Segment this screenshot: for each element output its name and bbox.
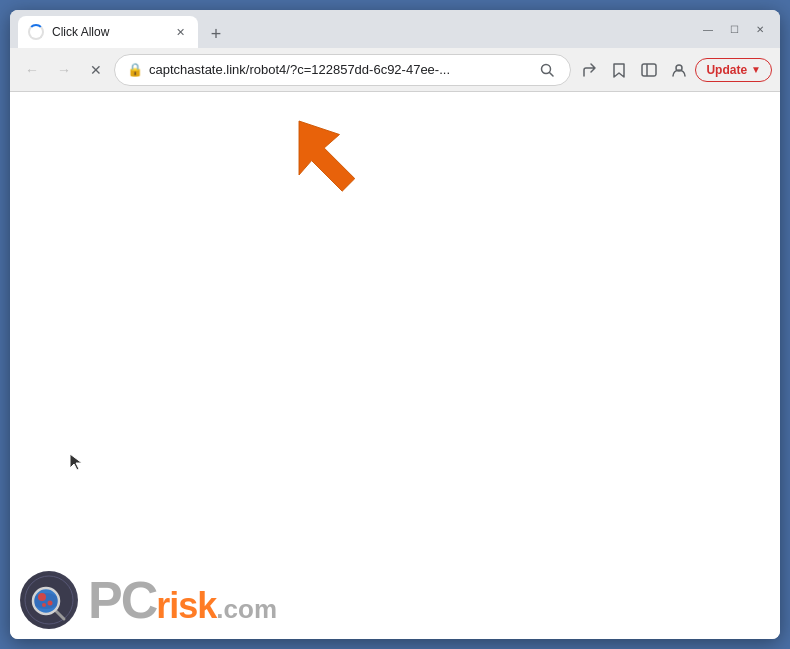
dotcom-text: .com: [216, 596, 277, 622]
title-bar: Click Allow ✕ + — ☐ ✕: [10, 10, 780, 48]
tab-area: Click Allow ✕ +: [18, 10, 688, 48]
toolbar: ← → ✕ 🔒 captchastate.link/robot4/?c=1228…: [10, 48, 780, 92]
risk-text: risk: [156, 588, 216, 624]
back-button[interactable]: ←: [18, 56, 46, 84]
bookmark-icon[interactable]: [605, 56, 633, 84]
new-tab-button[interactable]: +: [202, 20, 230, 48]
svg-line-1: [550, 72, 554, 76]
lock-icon: 🔒: [127, 62, 143, 77]
watermark: PC risk .com: [20, 571, 277, 629]
forward-button[interactable]: →: [50, 56, 78, 84]
update-label: Update: [706, 63, 747, 77]
tab-loading-spinner: [28, 24, 44, 40]
search-icon[interactable]: [536, 59, 558, 81]
tab-close-button[interactable]: ✕: [172, 24, 188, 40]
reload-button[interactable]: ✕: [82, 56, 110, 84]
svg-point-9: [38, 593, 46, 601]
svg-point-11: [42, 603, 46, 607]
update-button[interactable]: Update ▼: [695, 58, 772, 82]
minimize-button[interactable]: —: [696, 17, 720, 41]
close-button[interactable]: ✕: [748, 17, 772, 41]
page-content: PC risk .com: [10, 92, 780, 639]
address-bar[interactable]: 🔒 captchastate.link/robot4/?c=122857dd-6…: [114, 54, 571, 86]
svg-point-10: [48, 601, 53, 606]
toolbar-actions: Update ▼: [575, 56, 772, 84]
cursor: [68, 452, 84, 477]
profile-icon[interactable]: [665, 56, 693, 84]
browser-window: Click Allow ✕ + — ☐ ✕ ← → ✕ 🔒 captchasta…: [10, 10, 780, 639]
sidebar-icon[interactable]: [635, 56, 663, 84]
svg-rect-2: [642, 64, 656, 76]
update-menu-icon: ▼: [751, 64, 761, 75]
pcrisk-logo: [20, 571, 78, 629]
maximize-button[interactable]: ☐: [722, 17, 746, 41]
tab-title: Click Allow: [52, 25, 164, 39]
watermark-text-group: PC risk .com: [88, 574, 277, 626]
svg-point-8: [33, 593, 59, 609]
pc-text: PC: [88, 574, 156, 626]
window-controls: — ☐ ✕: [696, 17, 772, 41]
url-text: captchastate.link/robot4/?c=122857dd-6c9…: [149, 62, 530, 77]
svg-marker-5: [299, 121, 355, 191]
active-tab[interactable]: Click Allow ✕: [18, 16, 198, 48]
share-icon[interactable]: [575, 56, 603, 84]
